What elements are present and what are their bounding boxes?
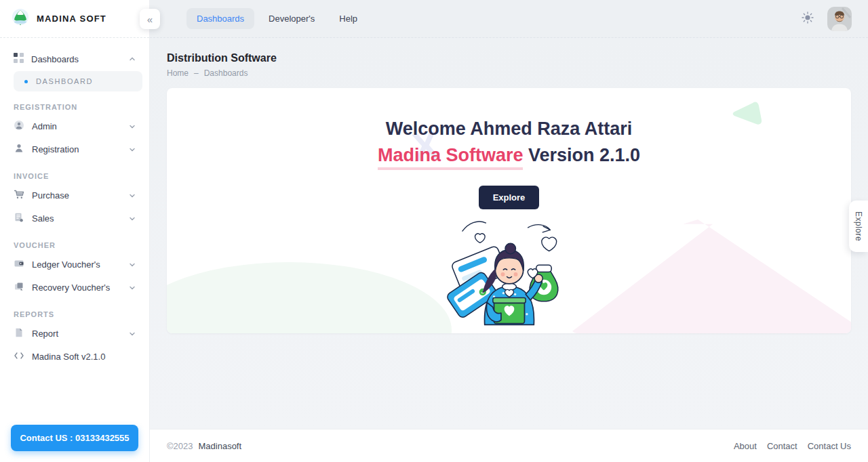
sidebar-item-label: Registration	[32, 144, 121, 154]
breadcrumb: Home – Dashboards	[167, 68, 851, 78]
explore-side-tab-label: Explore	[854, 211, 863, 241]
footer-link-contact[interactable]: Contact	[767, 441, 797, 451]
chevron-down-icon	[129, 331, 136, 337]
brand-logo-icon	[11, 8, 30, 30]
chevron-down-icon	[129, 285, 136, 291]
topbar-tabs: Dashboards Developer's Help	[186, 8, 368, 29]
welcome-card: X Welcome Ahmed Raza Attari Madina Softw…	[167, 88, 851, 333]
contact-us-button[interactable]: Contact US : 03133432555	[11, 425, 138, 451]
sidebar-item-label: Recovery Voucher's	[32, 282, 121, 293]
section-invoice: INVOICE	[7, 172, 142, 180]
welcome-highlight: Madina Software	[378, 145, 524, 170]
brand[interactable]: MADINA SOFT	[0, 0, 149, 38]
bullet-dot-icon	[24, 80, 28, 83]
sidebar-item-label: Sales	[32, 213, 121, 224]
main-column: « Dashboards Developer's Help	[150, 0, 868, 462]
sidebar-item-purchase[interactable]: Purchase	[7, 184, 142, 207]
tab-help[interactable]: Help	[329, 8, 368, 29]
tab-developers[interactable]: Developer's	[258, 8, 325, 29]
welcome-line2: Madina Software Version 2.1.0	[167, 142, 851, 169]
sidebar-item-label: Ledger Voucher's	[32, 259, 121, 270]
explore-side-tab[interactable]: Explore	[849, 201, 868, 252]
explore-button[interactable]: Explore	[479, 186, 540, 209]
footer-links: About Contact Contact Us	[734, 441, 851, 451]
breadcrumb-separator: –	[194, 68, 199, 78]
document-icon	[14, 327, 24, 340]
welcome-line1: Welcome Ahmed Raza Attari	[167, 117, 851, 142]
company-name: Madinasoft	[199, 441, 242, 451]
sun-icon	[802, 12, 814, 26]
welcome-version: Version 2.1.0	[523, 145, 640, 165]
page-title: Distribution Software	[167, 52, 851, 64]
sidebar-item-sales[interactable]: Sales	[7, 207, 142, 230]
sidebar-item-version[interactable]: Madina Soft v2.1.0	[7, 345, 142, 368]
breadcrumb-home[interactable]: Home	[167, 68, 189, 78]
sidebar-subitem-dashboard[interactable]: DASHBOARD	[14, 71, 142, 91]
topbar: « Dashboards Developer's Help	[150, 0, 868, 38]
section-reports: REPORTS	[7, 310, 142, 318]
sidebar: MADINA SOFT Dashboards	[0, 0, 150, 462]
invoice-icon	[14, 212, 24, 225]
chevron-down-icon	[129, 261, 136, 268]
welcome-illustration	[445, 213, 574, 327]
user-avatar[interactable]	[827, 7, 852, 31]
app-window: MADINA SOFT Dashboards	[0, 0, 868, 462]
sidebar-item-ledger-vouchers[interactable]: Ledger Voucher's	[7, 253, 142, 276]
sidebar-item-admin[interactable]: Admin	[7, 115, 142, 138]
copyright-text: ©2023	[167, 441, 193, 451]
sidebar-item-label: Madina Soft v2.1.0	[32, 352, 136, 362]
sidebar-item-dashboards[interactable]: Dashboards	[7, 48, 142, 70]
footer-link-about[interactable]: About	[734, 441, 757, 451]
sidebar-subitem-label: DASHBOARD	[36, 77, 93, 85]
footer: ©2023 Madinasoft About Contact Contact U…	[150, 429, 868, 462]
chevron-up-icon	[129, 56, 136, 62]
section-registration: REGISTRATION	[7, 103, 142, 111]
chevron-down-icon	[129, 123, 136, 130]
grid-icon	[14, 53, 24, 65]
sidebar-item-recovery-vouchers[interactable]: Recovery Voucher's	[7, 276, 142, 299]
cart-icon	[14, 189, 24, 202]
theme-toggle-button[interactable]	[802, 12, 814, 26]
brand-name: MADINA SOFT	[37, 14, 106, 24]
code-icon	[14, 350, 24, 363]
footer-link-contact-us[interactable]: Contact Us	[808, 441, 851, 451]
wallet-icon	[14, 258, 24, 271]
documents-icon	[14, 281, 24, 294]
sidebar-item-report[interactable]: Report	[7, 322, 142, 345]
sidebar-item-label: Report	[32, 329, 121, 339]
admin-user-icon	[14, 120, 24, 133]
content-area: Distribution Software Home – Dashboards …	[150, 38, 868, 429]
welcome-text: Welcome Ahmed Raza Attari Madina Softwar…	[167, 88, 851, 327]
sidebar-item-label: Purchase	[32, 190, 121, 201]
person-icon	[14, 143, 24, 156]
topbar-right	[802, 7, 852, 31]
sidebar-item-registration[interactable]: Registration	[7, 138, 142, 161]
chevron-down-icon	[129, 215, 136, 222]
sidebar-menu: Dashboards DASHBOARD REGISTRATION	[0, 38, 149, 462]
sidebar-item-label: Dashboards	[31, 54, 121, 64]
sidebar-collapse-button[interactable]: «	[140, 9, 160, 29]
sidebar-item-label: Admin	[32, 121, 121, 131]
section-voucher: VOUCHER	[7, 241, 142, 249]
chevron-down-icon	[129, 192, 136, 199]
tab-dashboards[interactable]: Dashboards	[186, 8, 254, 29]
chevron-down-icon	[129, 146, 136, 153]
breadcrumb-current: Dashboards	[204, 68, 248, 78]
